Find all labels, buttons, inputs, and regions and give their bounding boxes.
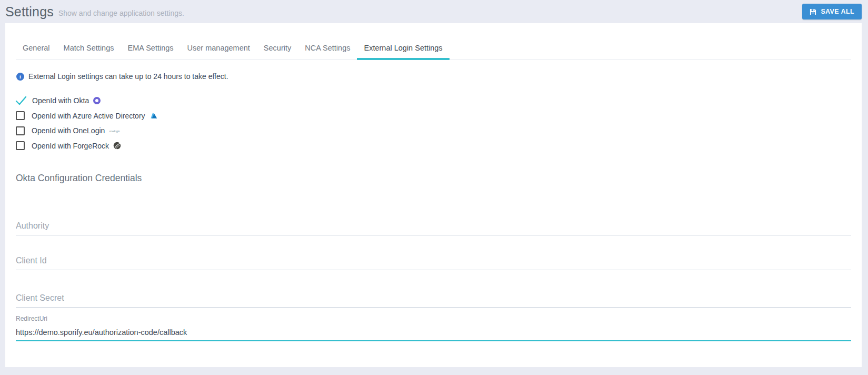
tab-match-settings[interactable]: Match Settings	[57, 37, 121, 60]
settings-card: General Match Settings EMA Settings User…	[5, 23, 862, 367]
provider-label-okta: OpenId with Okta	[32, 96, 89, 105]
tab-external-login-settings[interactable]: External Login Settings	[357, 37, 449, 60]
page-subtitle: Show and change application settings.	[58, 6, 184, 17]
provider-row-onelogin: OpenId with OneLogin onelogin	[16, 123, 851, 139]
onelogin-checkbox[interactable]	[16, 126, 25, 135]
provider-label-azure: OpenId with Azure Active Directory	[32, 112, 145, 120]
redirect-uri-input[interactable]	[16, 324, 851, 341]
provider-row-forgerock: OpenId with ForgeRock	[16, 139, 851, 154]
provider-label-forgerock: OpenId with ForgeRock	[32, 142, 109, 150]
section-title-okta-credentials: Okta Configuration Credentials	[16, 173, 851, 184]
tab-security[interactable]: Security	[257, 37, 298, 60]
azure-checkbox[interactable]	[16, 111, 25, 120]
page-header: Settings Show and change application set…	[0, 0, 868, 23]
tab-user-management[interactable]: User management	[181, 37, 257, 60]
client-secret-input[interactable]	[16, 289, 851, 308]
floppy-disk-icon	[810, 8, 816, 15]
tab-general[interactable]: General	[16, 37, 57, 60]
azure-logo-icon	[149, 112, 158, 120]
redirect-uri-label: RedirectUri	[16, 315, 851, 322]
tab-ema-settings[interactable]: EMA Settings	[121, 37, 181, 60]
authority-input[interactable]	[16, 216, 851, 235]
notice-text: External Login settings can take up to 2…	[28, 72, 228, 81]
save-all-button-label: SAVE ALL	[821, 8, 854, 15]
forgerock-checkbox[interactable]	[16, 141, 25, 150]
okta-logo-icon	[93, 97, 101, 104]
forgerock-logo-icon	[113, 142, 121, 150]
save-all-button[interactable]: SAVE ALL	[802, 4, 862, 19]
provider-row-okta: OpenId with Okta	[16, 93, 851, 108]
onelogin-logo-icon: onelogin	[109, 129, 119, 132]
settings-tab-bar: General Match Settings EMA Settings User…	[16, 23, 851, 60]
notice-banner: i External Login settings can take up to…	[16, 72, 851, 81]
provider-list: OpenId with Okta OpenId with Azure Activ…	[16, 93, 851, 153]
redirect-uri-group: RedirectUri	[16, 315, 851, 341]
okta-checkbox-checked[interactable]	[15, 95, 27, 106]
tab-nca-settings[interactable]: NCA Settings	[298, 37, 357, 60]
page-title: Settings	[5, 4, 54, 19]
client-id-input[interactable]	[16, 251, 851, 270]
info-icon: i	[16, 73, 24, 81]
provider-row-azure: OpenId with Azure Active Directory	[16, 108, 851, 124]
provider-label-onelogin: OpenId with OneLogin	[32, 126, 105, 135]
